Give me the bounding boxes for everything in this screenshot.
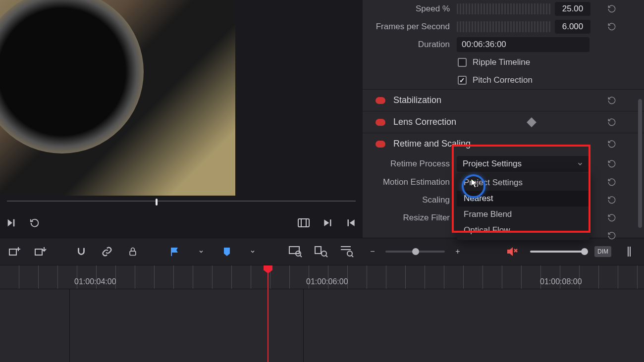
- retime-toggle[interactable]: [376, 141, 385, 148]
- fps-value[interactable]: 6.000: [555, 20, 590, 34]
- duration-label: Duration: [363, 40, 457, 50]
- duration-field[interactable]: 00:06:36:00: [457, 37, 590, 52]
- marker-icon[interactable]: [219, 244, 235, 259]
- retime-process-dropdown[interactable]: Project Settings Project Settings Neares…: [457, 156, 590, 172]
- loop-button[interactable]: [29, 216, 42, 229]
- flag-icon[interactable]: [167, 244, 183, 259]
- svg-rect-0: [298, 219, 309, 227]
- zoom-in-icon[interactable]: +: [450, 244, 466, 259]
- timeline[interactable]: 01:00:04:00 01:00:06:00 01:00:08:00: [0, 265, 644, 362]
- ripple-label: Ripple Timeline: [473, 57, 530, 67]
- mute-icon[interactable]: [504, 244, 520, 259]
- lens-toggle[interactable]: [376, 119, 385, 126]
- fps-slider[interactable]: [457, 21, 551, 32]
- dropdown-option[interactable]: Nearest: [457, 191, 590, 207]
- timecode-label: 01:00:06:00: [306, 277, 348, 286]
- speed-value[interactable]: 25.00: [555, 2, 590, 16]
- dim-button[interactable]: DIM: [594, 246, 611, 257]
- zoom-detail-icon[interactable]: [313, 244, 329, 259]
- chevron-down-icon[interactable]: [245, 244, 261, 259]
- motion-est-label: Motion Estimation: [363, 177, 457, 187]
- reset-icon[interactable]: [606, 3, 617, 14]
- timecode-label: 01:00:08:00: [540, 277, 582, 286]
- retime-process-menu: Project Settings Nearest Frame Blend Opt…: [457, 173, 590, 240]
- svg-rect-2: [35, 249, 42, 255]
- zoom-slider[interactable]: [385, 251, 445, 253]
- pitch-label: Pitch Correction: [473, 75, 533, 85]
- speed-label: Speed %: [363, 4, 457, 14]
- lens-correction-section[interactable]: Lens Correction: [363, 111, 644, 133]
- prev-clip-button[interactable]: [345, 216, 358, 229]
- stabilization-section[interactable]: Stabilization: [363, 89, 644, 111]
- viewer-pane: [0, 0, 363, 238]
- stabilization-toggle[interactable]: [376, 97, 385, 104]
- reset-icon[interactable]: [606, 195, 617, 206]
- link-icon[interactable]: [99, 244, 115, 259]
- insert-clip-icon[interactable]: [7, 244, 23, 259]
- reset-icon[interactable]: [606, 177, 617, 188]
- scaling-label: Scaling: [363, 195, 457, 205]
- reset-icon[interactable]: [606, 21, 617, 32]
- pitch-checkbox[interactable]: [458, 76, 467, 85]
- reset-icon[interactable]: [606, 158, 617, 169]
- zoom-full-icon[interactable]: [287, 244, 303, 259]
- svg-rect-1: [9, 249, 16, 255]
- keyframe-icon[interactable]: [527, 117, 537, 127]
- dropdown-option[interactable]: Frame Blend: [457, 207, 590, 222]
- zoom-custom-icon[interactable]: [339, 244, 355, 259]
- retime-process-label: Retime Process: [363, 159, 457, 169]
- svg-rect-6: [315, 247, 321, 254]
- playhead[interactable]: [268, 265, 268, 362]
- overwrite-clip-icon[interactable]: [33, 244, 49, 259]
- jog-bar[interactable]: [7, 201, 356, 209]
- ripple-checkbox[interactable]: [458, 58, 467, 67]
- video-preview: [0, 0, 235, 196]
- chevron-down-icon[interactable]: [193, 244, 209, 259]
- retime-section[interactable]: Retime and Scaling: [363, 133, 644, 155]
- lock-icon[interactable]: [125, 244, 141, 259]
- inspector-scrollbar[interactable]: [638, 99, 642, 228]
- inspector-panel: Speed % 25.00 Frames per Second 6.000 Du…: [363, 0, 644, 238]
- svg-point-8: [347, 251, 352, 256]
- chevron-down-icon: [577, 160, 584, 167]
- reset-icon[interactable]: [606, 95, 617, 106]
- svg-rect-3: [130, 251, 136, 255]
- next-clip-button[interactable]: [321, 216, 334, 229]
- meters-icon[interactable]: [621, 244, 637, 259]
- match-frame-button[interactable]: [297, 216, 310, 229]
- volume-slider[interactable]: [530, 251, 585, 253]
- dropdown-option[interactable]: Project Settings: [457, 175, 590, 191]
- reset-icon[interactable]: [606, 117, 617, 128]
- fps-label: Frames per Second: [363, 22, 457, 32]
- resize-filter-label: Resize Filter: [363, 213, 457, 223]
- svg-rect-4: [289, 247, 299, 254]
- timecode-label: 01:00:04:00: [74, 277, 116, 286]
- reset-icon[interactable]: [606, 212, 617, 223]
- timeline-ruler[interactable]: 01:00:04:00 01:00:06:00 01:00:08:00: [0, 265, 644, 289]
- reset-icon[interactable]: [606, 230, 617, 241]
- next-frame-button[interactable]: [5, 216, 18, 229]
- snap-icon[interactable]: [73, 244, 89, 259]
- reset-icon[interactable]: [606, 139, 617, 150]
- zoom-out-icon[interactable]: −: [365, 244, 380, 259]
- dropdown-option[interactable]: Optical Flow: [457, 222, 590, 238]
- speed-slider[interactable]: [457, 3, 551, 14]
- svg-point-7: [322, 251, 326, 256]
- jog-handle[interactable]: [156, 199, 158, 206]
